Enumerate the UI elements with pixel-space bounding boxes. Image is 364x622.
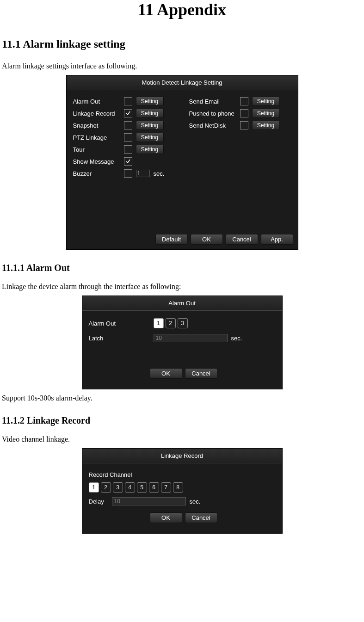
latch-label: Latch [89,335,154,342]
linkage-record-dialog: Linkage Record Record Channel 1 2 3 4 5 … [82,448,283,534]
tour-checkbox[interactable] [124,145,132,154]
linkage-record-setting-button[interactable]: Setting [136,109,164,118]
section-11-1-heading: 11.1 Alarm linkage setting [2,38,364,50]
dialog-footer: OK Cancel [89,509,276,529]
delay-unit: sec. [190,498,201,505]
snapshot-setting-button[interactable]: Setting [136,121,164,130]
alarm-out-dialog: Alarm Out Alarm Out 1 2 3 Latch 10 sec. … [82,296,283,389]
cancel-button[interactable]: Cancel [185,512,217,523]
send-email-checkbox[interactable] [240,97,248,105]
chapter-title: 11 Appendix [0,0,364,19]
buzzer-seconds-input[interactable]: 1 [136,170,150,177]
dialog-title: Linkage Record [82,449,282,463]
section-11-1-desc: Alarm linkage settings interface as foll… [2,62,364,70]
alarm-out-setting-button[interactable]: Setting [136,97,164,106]
channel-1-button[interactable]: 1 [89,482,99,493]
section-11-1-1-note: Support 10s-300s alarm-delay. [2,394,364,402]
section-11-1-1-heading: 11.1.1 Alarm Out [2,263,364,273]
check-icon [125,111,131,116]
channel-2-button[interactable]: 2 [166,318,176,328]
default-button[interactable]: Default [155,234,188,245]
buzzer-label: Buzzer [73,170,124,177]
dialog-body: Record Channel 1 2 3 4 5 6 7 8 Delay 10 … [82,463,282,533]
snapshot-label: Snapshot [73,122,124,129]
send-netdisk-setting-button[interactable]: Setting [252,121,280,130]
linkage-record-checkbox[interactable] [124,109,132,117]
channel-7-button[interactable]: 7 [161,482,171,493]
send-netdisk-label: Send NetDisk [189,122,240,129]
dialog-footer: Default OK Cancel App. [67,231,298,249]
send-netdisk-checkbox[interactable] [240,121,248,129]
delay-input[interactable]: 10 [112,497,186,505]
app-button[interactable]: App. [261,234,293,245]
show-message-label: Show Message [73,158,124,165]
delay-label: Delay [89,498,112,505]
dialog-body: Alarm Out 1 2 3 Latch 10 sec. OK Cancel [82,311,282,389]
buzzer-unit: sec. [154,170,165,177]
dialog-title: Motion Detect-Linkage Setting [67,75,298,90]
channel-3-button[interactable]: 3 [178,318,188,328]
channel-selector: 1 2 3 [154,318,188,328]
check-icon [125,159,131,164]
ok-button[interactable]: OK [150,368,182,379]
cancel-button[interactable]: Cancel [185,368,217,379]
send-email-setting-button[interactable]: Setting [252,97,280,106]
ok-button[interactable]: OK [150,512,182,523]
pushed-phone-setting-button[interactable]: Setting [252,109,280,118]
channel-6-button[interactable]: 6 [149,482,159,493]
section-11-1-1-desc: Linkage the device alarm through the int… [2,283,364,291]
alarm-out-label: Alarm Out [73,98,124,105]
tour-setting-button[interactable]: Setting [136,145,164,154]
page-content: 11 Appendix 11.1 Alarm linkage setting A… [0,0,364,548]
alarm-out-label: Alarm Out [89,320,154,327]
channel-3-button[interactable]: 3 [113,482,123,493]
tour-label: Tour [73,146,124,153]
latch-unit: sec. [231,335,242,342]
section-11-1-2-desc: Video channel linkage. [2,435,364,443]
ok-button[interactable]: OK [191,234,223,245]
dialog-footer: OK Cancel [89,364,276,384]
dialog-title: Alarm Out [82,296,282,311]
alarm-out-checkbox[interactable] [124,97,132,105]
buzzer-checkbox[interactable] [124,169,132,178]
motion-detect-dialog: Motion Detect-Linkage Setting Alarm Out … [66,75,298,250]
ptz-linkage-checkbox[interactable] [124,133,132,142]
pushed-phone-checkbox[interactable] [240,109,248,117]
channel-8-button[interactable]: 8 [173,482,183,493]
linkage-record-label: Linkage Record [73,110,124,117]
ptz-linkage-setting-button[interactable]: Setting [136,133,164,142]
channel-2-button[interactable]: 2 [101,482,111,493]
latch-input[interactable]: 10 [154,334,228,342]
send-email-label: Send Email [189,98,240,105]
channel-4-button[interactable]: 4 [125,482,135,493]
record-channel-label: Record Channel [89,471,132,478]
ptz-linkage-label: PTZ Linkage [73,134,124,141]
snapshot-checkbox[interactable] [124,121,132,129]
pushed-phone-label: Pushed to phone [189,110,240,117]
channel-selector: 1 2 3 4 5 6 7 8 [89,482,183,493]
dialog-body: Alarm Out Setting Linkage Record Setting… [67,90,298,231]
channel-1-button[interactable]: 1 [154,318,164,328]
section-11-1-2-heading: 11.1.2 Linkage Record [2,415,364,426]
show-message-checkbox[interactable] [124,157,132,166]
cancel-button[interactable]: Cancel [226,234,258,245]
channel-5-button[interactable]: 5 [137,482,147,493]
